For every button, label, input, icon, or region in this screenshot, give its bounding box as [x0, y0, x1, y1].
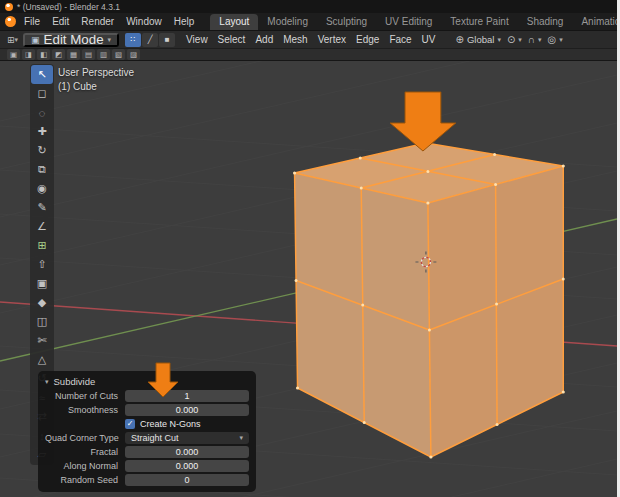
tool-setting-icon[interactable]: ▧	[112, 49, 125, 60]
tool-button[interactable]: ◻	[31, 84, 53, 103]
along-normal-row: Along Normal 0.000	[45, 459, 249, 472]
random-seed-field[interactable]: 0	[125, 474, 249, 486]
viewport-menu-item[interactable]: Mesh	[278, 33, 312, 46]
select-mode-button[interactable]: ■	[159, 33, 175, 47]
viewport-3d[interactable]: User Perspective (1) Cube ↖◻◌✚↻⧉◉✎∠⊞⇧▣◆◫…	[0, 61, 617, 497]
chevron-down-icon: ▾	[538, 36, 542, 44]
tool-setting-icon[interactable]: ▥	[97, 49, 110, 60]
editor-type-icon: ⊞	[7, 35, 15, 45]
tool-button[interactable]: ↻	[31, 141, 53, 160]
tool-setting-icon[interactable]: ◩	[52, 49, 65, 60]
tool-button[interactable]: ⇧	[31, 255, 53, 274]
pivot-point-dropdown[interactable]: ⊙ ▾	[507, 34, 522, 45]
chevron-down-icon: ▾	[559, 36, 563, 44]
viewport-menu-item[interactable]: UV	[417, 33, 441, 46]
blender-menu-icon[interactable]	[5, 16, 16, 27]
create-ngons-label: Create N-Gons	[140, 419, 201, 429]
window-titlebar: * (Unsaved) - Blender 4.3.1	[0, 0, 617, 13]
workspace-tabs: LayoutModelingSculptingUV EditingTexture…	[210, 14, 617, 30]
chevron-down-icon: ▾	[15, 36, 19, 44]
chevron-down-icon: ▾	[108, 36, 112, 44]
tool-button[interactable]: ✄	[31, 331, 53, 350]
tool-setting-icon[interactable]: ▦	[67, 49, 80, 60]
tool-button[interactable]: ✚	[31, 122, 53, 141]
tool-settings-bar: ▣◨◧◩▦▤▥▧▨	[0, 48, 617, 61]
app-menus: FileEditRenderWindowHelp	[18, 15, 200, 28]
window-title: * (Unsaved) - Blender 4.3.1	[17, 2, 120, 12]
tool-button[interactable]: ∠	[31, 217, 53, 236]
quad-corner-type-dropdown[interactable]: Straight Cut ▾	[125, 432, 249, 444]
workspace-tab[interactable]: Modeling	[258, 14, 317, 30]
fractal-row: Fractal 0.000	[45, 445, 249, 458]
tool-setting-icon[interactable]: ▨	[127, 49, 140, 60]
chevron-down-icon: ▾	[239, 434, 243, 442]
fractal-label: Fractal	[45, 447, 125, 457]
along-normal-field[interactable]: 0.000	[125, 460, 249, 472]
mode-dropdown[interactable]: ▣ Edit Mode ▾	[23, 33, 119, 47]
select-mode-button[interactable]: ╱	[142, 33, 158, 47]
app-menu-item[interactable]: File	[18, 15, 46, 28]
create-ngons-checkbox[interactable]: ✓	[125, 419, 135, 429]
down-arrow-annotation	[390, 92, 456, 151]
viewport-menu-item[interactable]: Vertex	[313, 33, 351, 46]
tool-setting-icon[interactable]: ▣	[7, 49, 20, 60]
tool-setting-icon[interactable]: ◨	[22, 49, 35, 60]
select-mode-button[interactable]: ∷	[125, 33, 141, 47]
tool-setting-icon[interactable]: ◧	[37, 49, 50, 60]
tool-button[interactable]: ◉	[31, 179, 53, 198]
app-menu-item[interactable]: Edit	[46, 15, 75, 28]
blender-logo-icon	[5, 3, 13, 11]
tool-button[interactable]: ✎	[31, 198, 53, 217]
workspace-tab[interactable]: Animation	[572, 14, 617, 30]
pivot-icon: ⊙	[507, 34, 515, 45]
magnet-icon: ∩	[528, 34, 535, 45]
mode-label: Edit Mode	[44, 32, 104, 47]
proportional-edit-toggle[interactable]: ◎ ▾	[548, 34, 563, 45]
chevron-down-icon: ▾	[497, 36, 501, 44]
tool-setting-icon[interactable]: ▤	[82, 49, 95, 60]
tool-button[interactable]: ↖	[31, 65, 53, 84]
operator-panel-title: Subdivide	[54, 376, 96, 387]
workspace-tab[interactable]: Sculpting	[317, 14, 376, 30]
viewport-menu-item[interactable]: Select	[213, 33, 251, 46]
viewport-menu-item[interactable]: Face	[384, 33, 416, 46]
smoothness-label: Smoothness	[45, 405, 125, 415]
number-of-cuts-label: Number of Cuts	[45, 391, 125, 401]
proportional-edit-icon: ◎	[548, 34, 557, 45]
random-seed-row: Random Seed 0	[45, 473, 249, 486]
viewport-menu-item[interactable]: Add	[250, 33, 278, 46]
orientation-label: Global	[467, 34, 494, 45]
viewport-menu-item[interactable]: View	[181, 33, 213, 46]
workspace-tab[interactable]: Layout	[210, 14, 258, 30]
viewport-menus: ViewSelectAddMeshVertexEdgeFaceUV	[181, 33, 440, 46]
chevron-down-icon: ▾	[518, 36, 522, 44]
number-of-cuts-field[interactable]: 1	[125, 390, 249, 402]
tool-button[interactable]: ▣	[31, 274, 53, 293]
workspace-tab[interactable]: Texture Paint	[441, 14, 517, 30]
tool-button[interactable]: ◌	[31, 103, 53, 122]
tool-button[interactable]: ⧉	[31, 160, 53, 179]
viewport-menu-item[interactable]: Edge	[351, 33, 384, 46]
smoothness-field[interactable]: 0.000	[125, 404, 249, 416]
globe-icon: ⊕	[456, 34, 464, 45]
quad-corner-type-row: Quad Corner Type Straight Cut ▾	[45, 431, 249, 444]
tool-button[interactable]: ⊞	[31, 236, 53, 255]
tool-button[interactable]: ◆	[31, 293, 53, 312]
small-down-arrow-annotation	[147, 362, 179, 398]
app-menu-item[interactable]: Window	[120, 15, 168, 28]
transform-orientation-dropdown[interactable]: ⊕ Global ▾	[456, 34, 501, 45]
app-menu-item[interactable]: Help	[168, 15, 201, 28]
snap-toggle[interactable]: ∩ ▾	[528, 34, 542, 45]
tool-button[interactable]: △	[31, 350, 53, 369]
fractal-field[interactable]: 0.000	[125, 446, 249, 458]
collapse-chevron-icon: ▾	[45, 378, 49, 386]
topbar: FileEditRenderWindowHelp LayoutModelingS…	[0, 13, 617, 30]
workspace-tab[interactable]: Shading	[518, 14, 573, 30]
view-perspective-label: User Perspective	[58, 66, 134, 80]
edit-mode-icon: ▣	[31, 35, 40, 45]
cube-mesh[interactable]	[293, 141, 565, 458]
app-menu-item[interactable]: Render	[75, 15, 120, 28]
workspace-tab[interactable]: UV Editing	[376, 14, 441, 30]
editor-type-button[interactable]: ⊞▾	[5, 35, 20, 45]
tool-button[interactable]: ◫	[31, 312, 53, 331]
